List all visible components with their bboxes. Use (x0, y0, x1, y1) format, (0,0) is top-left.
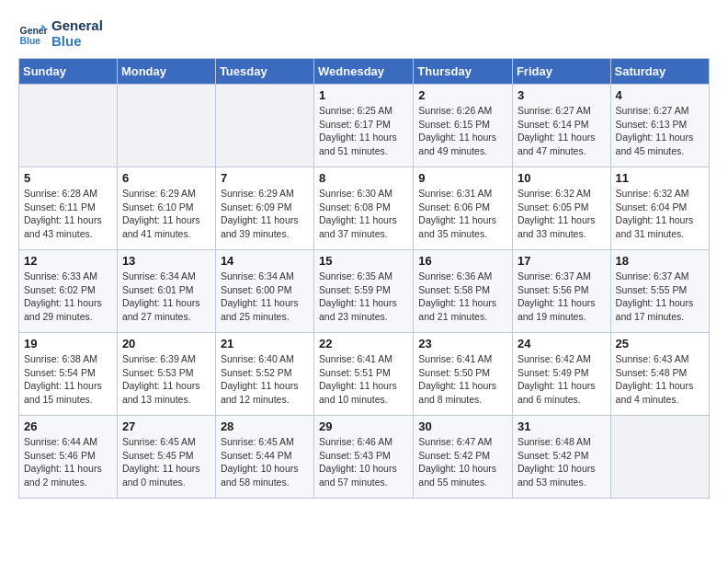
calendar-week-3: 12Sunrise: 6:33 AMSunset: 6:02 PMDayligh… (19, 250, 710, 333)
weekday-header-row: SundayMondayTuesdayWednesdayThursdayFrid… (19, 59, 710, 85)
day-number: 31 (518, 419, 606, 433)
calendar-cell: 13Sunrise: 6:34 AMSunset: 6:01 PMDayligh… (117, 250, 215, 333)
day-info: Sunrise: 6:37 AMSunset: 5:55 PMDaylight:… (616, 270, 704, 324)
day-number: 9 (418, 171, 507, 185)
calendar-cell: 20Sunrise: 6:39 AMSunset: 5:53 PMDayligh… (117, 333, 215, 416)
calendar-week-1: 1Sunrise: 6:25 AMSunset: 6:17 PMDaylight… (19, 85, 710, 167)
calendar-cell: 6Sunrise: 6:29 AMSunset: 6:10 PMDaylight… (117, 167, 215, 250)
logo-icon: General Blue (18, 19, 48, 49)
calendar-cell: 21Sunrise: 6:40 AMSunset: 5:52 PMDayligh… (215, 333, 313, 416)
day-info: Sunrise: 6:32 AMSunset: 6:05 PMDaylight:… (518, 187, 606, 241)
calendar-cell: 2Sunrise: 6:26 AMSunset: 6:15 PMDaylight… (414, 85, 513, 167)
calendar-cell: 18Sunrise: 6:37 AMSunset: 5:55 PMDayligh… (610, 250, 709, 333)
day-info: Sunrise: 6:43 AMSunset: 5:48 PMDaylight:… (616, 352, 704, 407)
calendar-cell: 10Sunrise: 6:32 AMSunset: 6:05 PMDayligh… (512, 167, 610, 250)
calendar-cell: 12Sunrise: 6:33 AMSunset: 6:02 PMDayligh… (19, 250, 118, 333)
day-info: Sunrise: 6:28 AMSunset: 6:11 PMDaylight:… (24, 187, 112, 241)
calendar-cell: 7Sunrise: 6:29 AMSunset: 6:09 PMDaylight… (215, 167, 313, 250)
day-number: 2 (418, 88, 507, 102)
day-info: Sunrise: 6:36 AMSunset: 5:58 PMDaylight:… (418, 270, 507, 324)
day-info: Sunrise: 6:27 AMSunset: 6:13 PMDaylight:… (616, 104, 704, 158)
day-number: 19 (24, 337, 112, 350)
calendar-cell: 3Sunrise: 6:27 AMSunset: 6:14 PMDaylight… (512, 85, 610, 167)
day-info: Sunrise: 6:34 AMSunset: 6:01 PMDaylight:… (122, 270, 210, 324)
day-number: 20 (122, 337, 210, 350)
day-number: 18 (616, 254, 704, 268)
calendar-cell: 15Sunrise: 6:35 AMSunset: 5:59 PMDayligh… (314, 250, 414, 333)
day-info: Sunrise: 6:32 AMSunset: 6:04 PMDaylight:… (616, 187, 704, 241)
day-info: Sunrise: 6:29 AMSunset: 6:09 PMDaylight:… (221, 187, 309, 241)
calendar-cell (610, 416, 709, 499)
calendar-cell: 19Sunrise: 6:38 AMSunset: 5:54 PMDayligh… (19, 333, 118, 416)
calendar-cell: 29Sunrise: 6:46 AMSunset: 5:43 PMDayligh… (314, 416, 414, 499)
calendar-cell: 22Sunrise: 6:41 AMSunset: 5:51 PMDayligh… (314, 333, 414, 416)
calendar-cell: 27Sunrise: 6:45 AMSunset: 5:45 PMDayligh… (117, 416, 215, 499)
calendar-cell: 5Sunrise: 6:28 AMSunset: 6:11 PMDaylight… (19, 167, 118, 250)
weekday-header-sunday: Sunday (19, 59, 118, 85)
calendar-cell: 26Sunrise: 6:44 AMSunset: 5:46 PMDayligh… (19, 416, 118, 499)
day-info: Sunrise: 6:35 AMSunset: 5:59 PMDaylight:… (319, 270, 408, 324)
calendar-cell: 31Sunrise: 6:48 AMSunset: 5:42 PMDayligh… (512, 416, 610, 499)
day-number: 27 (122, 419, 210, 433)
day-number: 1 (319, 88, 408, 102)
logo-general: General (51, 18, 103, 34)
day-number: 7 (221, 171, 309, 185)
day-number: 17 (518, 254, 606, 268)
calendar-cell: 28Sunrise: 6:45 AMSunset: 5:44 PMDayligh… (215, 416, 313, 499)
calendar-cell: 9Sunrise: 6:31 AMSunset: 6:06 PMDaylight… (414, 167, 513, 250)
calendar-cell: 24Sunrise: 6:42 AMSunset: 5:49 PMDayligh… (512, 333, 610, 416)
calendar-header: SundayMondayTuesdayWednesdayThursdayFrid… (19, 59, 710, 85)
day-number: 30 (418, 419, 507, 433)
day-info: Sunrise: 6:40 AMSunset: 5:52 PMDaylight:… (221, 352, 309, 407)
calendar-table: SundayMondayTuesdayWednesdayThursdayFrid… (18, 58, 710, 499)
day-number: 24 (518, 337, 606, 350)
day-info: Sunrise: 6:34 AMSunset: 6:00 PMDaylight:… (221, 270, 309, 324)
day-info: Sunrise: 6:33 AMSunset: 6:02 PMDaylight:… (24, 270, 112, 324)
calendar-cell: 25Sunrise: 6:43 AMSunset: 5:48 PMDayligh… (610, 333, 709, 416)
calendar-cell: 8Sunrise: 6:30 AMSunset: 6:08 PMDaylight… (314, 167, 414, 250)
day-number: 15 (319, 254, 408, 268)
weekday-header-tuesday: Tuesday (215, 59, 313, 85)
day-info: Sunrise: 6:26 AMSunset: 6:15 PMDaylight:… (418, 104, 507, 158)
day-info: Sunrise: 6:38 AMSunset: 5:54 PMDaylight:… (24, 352, 112, 407)
day-info: Sunrise: 6:46 AMSunset: 5:43 PMDaylight:… (319, 435, 408, 489)
weekday-header-saturday: Saturday (610, 59, 709, 85)
logo-blue: Blue (51, 34, 103, 50)
day-number: 5 (24, 171, 112, 185)
day-number: 4 (616, 88, 704, 102)
day-info: Sunrise: 6:41 AMSunset: 5:51 PMDaylight:… (319, 352, 408, 407)
day-number: 13 (122, 254, 210, 268)
day-number: 28 (221, 419, 309, 433)
calendar-cell (215, 85, 313, 167)
day-number: 25 (616, 337, 704, 350)
day-info: Sunrise: 6:44 AMSunset: 5:46 PMDaylight:… (24, 435, 112, 489)
day-number: 11 (616, 171, 704, 185)
calendar-week-5: 26Sunrise: 6:44 AMSunset: 5:46 PMDayligh… (19, 416, 710, 499)
calendar-cell: 16Sunrise: 6:36 AMSunset: 5:58 PMDayligh… (414, 250, 513, 333)
day-info: Sunrise: 6:31 AMSunset: 6:06 PMDaylight:… (418, 187, 507, 241)
day-number: 8 (319, 171, 408, 185)
calendar-cell: 11Sunrise: 6:32 AMSunset: 6:04 PMDayligh… (610, 167, 709, 250)
day-info: Sunrise: 6:29 AMSunset: 6:10 PMDaylight:… (122, 187, 210, 241)
day-info: Sunrise: 6:37 AMSunset: 5:56 PMDaylight:… (518, 270, 606, 324)
day-info: Sunrise: 6:27 AMSunset: 6:14 PMDaylight:… (518, 104, 606, 158)
weekday-header-wednesday: Wednesday (314, 59, 414, 85)
day-number: 29 (319, 419, 408, 433)
calendar-body: 1Sunrise: 6:25 AMSunset: 6:17 PMDaylight… (19, 85, 710, 499)
weekday-header-thursday: Thursday (414, 59, 513, 85)
calendar-cell: 17Sunrise: 6:37 AMSunset: 5:56 PMDayligh… (512, 250, 610, 333)
day-info: Sunrise: 6:42 AMSunset: 5:49 PMDaylight:… (518, 352, 606, 407)
day-number: 22 (319, 337, 408, 350)
day-number: 6 (122, 171, 210, 185)
day-info: Sunrise: 6:39 AMSunset: 5:53 PMDaylight:… (122, 352, 210, 407)
calendar-cell: 23Sunrise: 6:41 AMSunset: 5:50 PMDayligh… (414, 333, 513, 416)
day-number: 23 (418, 337, 507, 350)
calendar-week-2: 5Sunrise: 6:28 AMSunset: 6:11 PMDaylight… (19, 167, 710, 250)
day-number: 10 (518, 171, 606, 185)
calendar-cell: 14Sunrise: 6:34 AMSunset: 6:00 PMDayligh… (215, 250, 313, 333)
day-number: 14 (221, 254, 309, 268)
day-number: 12 (24, 254, 112, 268)
day-number: 21 (221, 337, 309, 350)
calendar-cell: 4Sunrise: 6:27 AMSunset: 6:13 PMDaylight… (610, 85, 709, 167)
day-info: Sunrise: 6:41 AMSunset: 5:50 PMDaylight:… (418, 352, 507, 407)
